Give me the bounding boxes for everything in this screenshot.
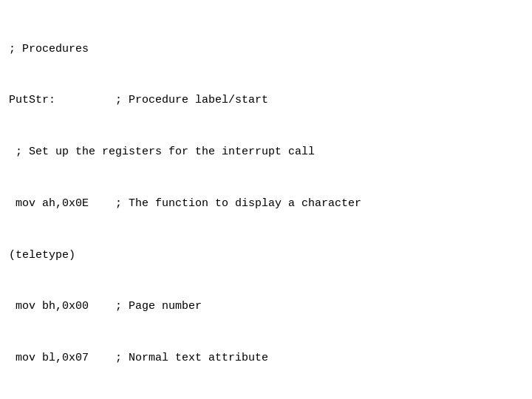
code-line-3: ; Set up the registers for the interrupt… (9, 143, 523, 160)
code-line-6: mov bh,0x00 ; Page number (9, 298, 523, 315)
code-line-2: PutStr: ; Procedure label/start (9, 92, 523, 109)
code-line-7: mov bl,0x07 ; Normal text attribute (9, 349, 523, 366)
code-line-5: (teletype) (9, 247, 523, 264)
code-line-1: ; Procedures (9, 41, 523, 58)
code-block: ; Procedures PutStr: ; Procedure label/s… (9, 6, 523, 384)
code-line-4: mov ah,0x0E ; The function to display a … (9, 195, 523, 212)
